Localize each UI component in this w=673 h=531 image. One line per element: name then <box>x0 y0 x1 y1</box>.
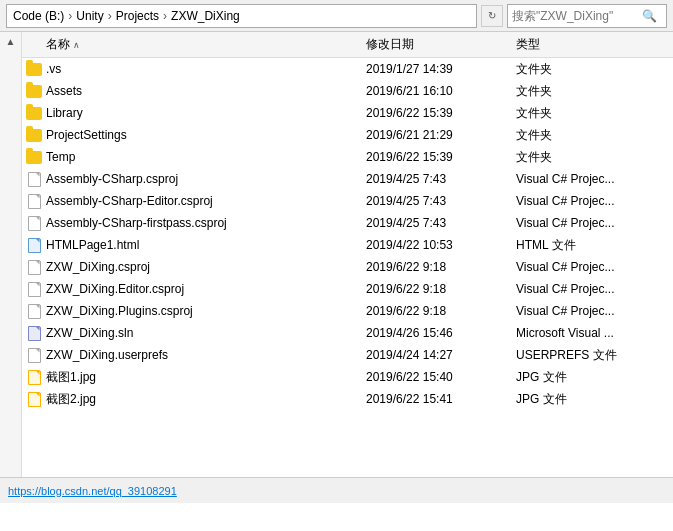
table-row[interactable]: Assets2019/6/21 16:10文件夹 <box>22 80 673 102</box>
file-name: HTMLPage1.html <box>46 238 366 252</box>
file-type: 文件夹 <box>516 61 656 78</box>
main-container: ▲ 名称 ∧ 修改日期 类型 .vs2019/1/27 14:39文件夹Asse… <box>0 32 673 477</box>
file-date: 2019/6/22 15:39 <box>366 150 516 164</box>
file-type: Visual C# Projec... <box>516 282 656 296</box>
file-icon-file <box>26 193 42 209</box>
file-icon-jpg <box>26 369 42 385</box>
table-row[interactable]: ProjectSettings2019/6/21 21:29文件夹 <box>22 124 673 146</box>
file-name: ZXW_DiXing.userprefs <box>46 348 366 362</box>
file-date: 2019/6/21 21:29 <box>366 128 516 142</box>
file-date: 2019/6/22 9:18 <box>366 304 516 318</box>
file-name: ZXW_DiXing.csproj <box>46 260 366 274</box>
file-name: Assembly-CSharp-firstpass.csproj <box>46 216 366 230</box>
file-name: Assembly-CSharp-Editor.csproj <box>46 194 366 208</box>
file-type: JPG 文件 <box>516 391 656 408</box>
file-type: Visual C# Projec... <box>516 260 656 274</box>
file-icon-html <box>26 237 42 253</box>
file-date: 2019/6/22 9:18 <box>366 282 516 296</box>
status-link[interactable]: https://blog.csdn.net/qq_39108291 <box>8 485 177 497</box>
file-name: 截图2.jpg <box>46 391 366 408</box>
table-row[interactable]: 截图1.jpg2019/6/22 15:40JPG 文件 <box>22 366 673 388</box>
file-name: 截图1.jpg <box>46 369 366 386</box>
table-row[interactable]: Assembly-CSharp-firstpass.csproj2019/4/2… <box>22 212 673 234</box>
breadcrumb-current[interactable]: ZXW_DiXing <box>171 9 240 23</box>
file-icon-file <box>26 215 42 231</box>
file-icon-sln <box>26 325 42 341</box>
search-box[interactable]: 🔍 <box>507 4 667 28</box>
file-date: 2019/6/21 16:10 <box>366 84 516 98</box>
col-header-date[interactable]: 修改日期 <box>366 36 516 53</box>
breadcrumb-sep-3: › <box>163 9 167 23</box>
file-date: 2019/4/25 7:43 <box>366 216 516 230</box>
breadcrumb-projects[interactable]: Projects <box>116 9 159 23</box>
file-type: Microsoft Visual ... <box>516 326 656 340</box>
file-icon-folder <box>26 105 42 121</box>
file-date: 2019/4/22 10:53 <box>366 238 516 252</box>
sidebar: ▲ <box>0 32 22 477</box>
breadcrumb-unity[interactable]: Unity <box>76 9 103 23</box>
file-icon-folder <box>26 83 42 99</box>
table-row[interactable]: Library2019/6/22 15:39文件夹 <box>22 102 673 124</box>
table-row[interactable]: HTMLPage1.html2019/4/22 10:53HTML 文件 <box>22 234 673 256</box>
refresh-button[interactable]: ↻ <box>481 5 503 27</box>
file-type: 文件夹 <box>516 83 656 100</box>
breadcrumb[interactable]: Code (B:) › Unity › Projects › ZXW_DiXin… <box>6 4 477 28</box>
file-name: Assets <box>46 84 366 98</box>
file-date: 2019/6/22 15:41 <box>366 392 516 406</box>
file-icon-file <box>26 281 42 297</box>
file-date: 2019/4/26 15:46 <box>366 326 516 340</box>
file-date: 2019/6/22 15:40 <box>366 370 516 384</box>
table-row[interactable]: ZXW_DiXing.Editor.csproj2019/6/22 9:18Vi… <box>22 278 673 300</box>
file-date: 2019/1/27 14:39 <box>366 62 516 76</box>
table-row[interactable]: 截图2.jpg2019/6/22 15:41JPG 文件 <box>22 388 673 410</box>
file-name: Assembly-CSharp.csproj <box>46 172 366 186</box>
table-row[interactable]: ZXW_DiXing.userprefs2019/4/24 14:27USERP… <box>22 344 673 366</box>
search-input[interactable] <box>512 9 642 23</box>
file-icon-folder <box>26 127 42 143</box>
scroll-up-arrow[interactable]: ▲ <box>6 36 16 47</box>
file-name: ProjectSettings <box>46 128 366 142</box>
file-list[interactable]: 名称 ∧ 修改日期 类型 .vs2019/1/27 14:39文件夹Assets… <box>22 32 673 477</box>
file-date: 2019/6/22 9:18 <box>366 260 516 274</box>
file-name: Temp <box>46 150 366 164</box>
file-icon-folder <box>26 61 42 77</box>
file-date: 2019/6/22 15:39 <box>366 106 516 120</box>
file-type: 文件夹 <box>516 105 656 122</box>
sort-arrow-icon: ∧ <box>73 40 80 50</box>
file-date: 2019/4/25 7:43 <box>366 172 516 186</box>
column-headers: 名称 ∧ 修改日期 类型 <box>22 32 673 58</box>
file-type: Visual C# Projec... <box>516 172 656 186</box>
file-date: 2019/4/25 7:43 <box>366 194 516 208</box>
file-icon-file <box>26 259 42 275</box>
table-row[interactable]: Temp2019/6/22 15:39文件夹 <box>22 146 673 168</box>
file-icon-jpg <box>26 391 42 407</box>
file-icon-folder <box>26 149 42 165</box>
file-name: ZXW_DiXing.sln <box>46 326 366 340</box>
file-type: Visual C# Projec... <box>516 194 656 208</box>
file-name: .vs <box>46 62 366 76</box>
breadcrumb-sep-2: › <box>108 9 112 23</box>
table-row[interactable]: Assembly-CSharp.csproj2019/4/25 7:43Visu… <box>22 168 673 190</box>
file-type: 文件夹 <box>516 149 656 166</box>
file-name: ZXW_DiXing.Editor.csproj <box>46 282 366 296</box>
address-bar: Code (B:) › Unity › Projects › ZXW_DiXin… <box>0 0 673 32</box>
table-row[interactable]: ZXW_DiXing.csproj2019/6/22 9:18Visual C#… <box>22 256 673 278</box>
search-icon: 🔍 <box>642 9 657 23</box>
table-row[interactable]: Assembly-CSharp-Editor.csproj2019/4/25 7… <box>22 190 673 212</box>
file-type: USERPREFS 文件 <box>516 347 656 364</box>
table-row[interactable]: ZXW_DiXing.sln2019/4/26 15:46Microsoft V… <box>22 322 673 344</box>
file-type: 文件夹 <box>516 127 656 144</box>
status-bar: https://blog.csdn.net/qq_39108291 <box>0 477 673 503</box>
breadcrumb-code[interactable]: Code (B:) <box>13 9 64 23</box>
file-type: Visual C# Projec... <box>516 216 656 230</box>
col-header-type[interactable]: 类型 <box>516 36 656 53</box>
file-type: Visual C# Projec... <box>516 304 656 318</box>
file-icon-file <box>26 303 42 319</box>
file-icon-file <box>26 171 42 187</box>
col-header-name[interactable]: 名称 ∧ <box>26 36 366 53</box>
file-date: 2019/4/24 14:27 <box>366 348 516 362</box>
file-rows-container: .vs2019/1/27 14:39文件夹Assets2019/6/21 16:… <box>22 58 673 410</box>
table-row[interactable]: ZXW_DiXing.Plugins.csproj2019/6/22 9:18V… <box>22 300 673 322</box>
file-type: HTML 文件 <box>516 237 656 254</box>
table-row[interactable]: .vs2019/1/27 14:39文件夹 <box>22 58 673 80</box>
